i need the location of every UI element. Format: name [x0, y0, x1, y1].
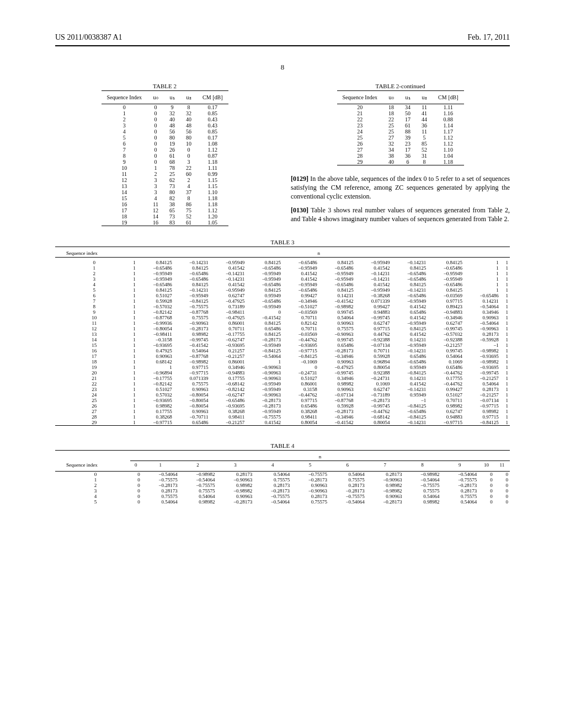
cell: 4 [55, 494, 130, 499]
cell: 18 [383, 104, 399, 111]
cell: −0.41542 [319, 420, 355, 426]
cell: −0.75575 [329, 494, 366, 499]
cell: 6 [399, 159, 416, 165]
th-cm: CM [dB] [433, 93, 463, 101]
cell: 0.65486 [282, 403, 319, 409]
cell: 1 [464, 260, 500, 265]
cell: 0 [102, 104, 148, 111]
table-row: 14380371.10 [102, 189, 228, 195]
cell: 0.84125 [246, 320, 282, 326]
cell: 14 [55, 337, 128, 342]
table-row: 91−0.82142−0.87768−0.984110−0.035690.997… [55, 309, 510, 315]
cell: 14 [147, 213, 164, 220]
cell: −0.28173 [291, 477, 329, 483]
cell: 0.75575 [441, 494, 478, 499]
cell: 13 [102, 183, 148, 189]
cell: 27 [383, 135, 399, 141]
cell: 1 [128, 342, 137, 348]
cell: −0.95949 [246, 381, 282, 387]
cell: 0.97715 [282, 398, 319, 403]
cell: 0.84125 [137, 287, 174, 293]
cell: −0.14231 [210, 276, 246, 282]
cell: 11 [55, 320, 128, 326]
cell: −0.54064 [404, 477, 441, 483]
cell: 0 [147, 110, 164, 116]
cell: −0.93695 [137, 342, 174, 348]
cell: 8 [55, 304, 128, 309]
cell: 1 [500, 271, 510, 276]
table-row: 00980.17 [102, 104, 228, 111]
cell: −0.98982 [464, 348, 500, 354]
cell: 1 [500, 337, 510, 342]
cell: 44 [416, 116, 433, 122]
table-row: 31−0.95949−0.65486−0.14231−0.959490.4154… [55, 276, 510, 282]
cell: −0.28173 [355, 398, 392, 403]
page: US 2011/0038387 A1 Feb. 17, 2011 8 TABLE… [0, 0, 565, 728]
cell: 0 [494, 483, 510, 488]
cell: 0 [130, 488, 142, 494]
cell: 0 [147, 129, 164, 135]
cell: 1 [128, 359, 137, 365]
cell: 5 [102, 135, 148, 141]
cell: 1 [128, 320, 137, 326]
table2-continued: Sequence Index u₀ u₁ u₂ CM [dB] 20183411… [337, 90, 464, 167]
cell: 1.12 [197, 207, 228, 213]
cell: 0.54064 [174, 348, 210, 354]
cell: −0.87768 [174, 354, 210, 359]
cell: 1.05 [197, 220, 228, 226]
cell: 1 [128, 365, 137, 370]
cell: −0.95949 [391, 298, 428, 304]
cell: 1 [128, 381, 137, 387]
cell: 0.84125 [174, 282, 210, 287]
doc-date: Feb. 17, 2011 [468, 33, 510, 42]
cell: 1 [500, 298, 510, 304]
cell: 0.97715 [355, 326, 392, 331]
table-row: 222217440.88 [337, 116, 464, 122]
cell: 1.04 [433, 153, 463, 159]
cell: 0 [55, 471, 130, 477]
table-row: 20−0.28173−0.755750.989820.281730.909630… [55, 483, 510, 488]
cell: −0.28173 [319, 348, 355, 354]
cell: −0.90963 [216, 477, 254, 483]
cell: −0.62747 [210, 392, 246, 398]
cell: 1 [128, 414, 137, 420]
cell: 1 [500, 304, 510, 309]
cell: 0.1069 [428, 359, 464, 365]
cell: 0.41542 [282, 276, 319, 282]
cell: 0 [180, 153, 197, 159]
cell: 68 [164, 159, 180, 165]
cell: 0.80054 [282, 420, 319, 426]
cell: 0.62747 [210, 293, 246, 298]
cell: −0.99936 [137, 320, 174, 326]
cell: 1 [128, 354, 137, 359]
cell: 25 [164, 171, 180, 177]
cell: −0.59928 [464, 337, 500, 342]
cell: 22 [337, 116, 383, 122]
cell: 1 [128, 331, 137, 337]
cell: 1 [500, 414, 510, 420]
cell: −0.14231 [391, 387, 428, 392]
table-row: 500.540640.98982−0.28173−0.540640.75575−… [55, 499, 510, 505]
cell: −0.1069 [282, 359, 319, 365]
table-row: 151−0.93695−0.41542−0.93695−0.95949−0.93… [55, 342, 510, 348]
cell: −0.84125 [174, 298, 210, 304]
cell: −0.47925 [210, 298, 246, 304]
cell: −0.93695 [464, 365, 500, 370]
cell: 0.51027 [428, 392, 464, 398]
cell: 0.75575 [174, 315, 210, 320]
cell: 0.98982 [366, 483, 404, 488]
cell: −0.75575 [404, 483, 441, 488]
cell: 0.54064 [441, 499, 478, 505]
cell: 0.90963 [174, 387, 210, 392]
cell: 0.38268 [137, 414, 174, 420]
cell: −0.97715 [174, 370, 210, 376]
cell: 0.99427 [428, 387, 464, 392]
table-row: 10−0.75575−0.54064−0.909630.75575−0.2817… [55, 477, 510, 483]
cell: 3 [55, 488, 130, 494]
cell: 0 [494, 499, 510, 505]
cell: 23 [399, 141, 416, 147]
cell: −0.14231 [210, 271, 246, 276]
cell: 0.90963 [319, 359, 355, 365]
table2c-title: TABLE 2-continued [291, 83, 510, 89]
table-row: 610.51027−0.959490.627470.959490.994270.… [55, 293, 510, 298]
